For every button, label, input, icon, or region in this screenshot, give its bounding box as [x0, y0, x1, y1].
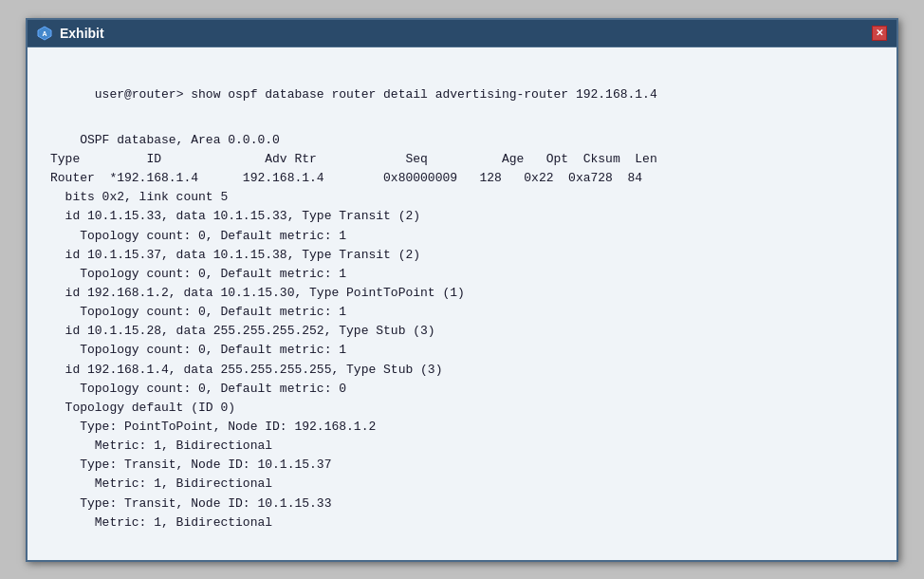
terminal-line: bits 0x2, link count 5 — [50, 188, 874, 207]
command-line: user@router> show ospf database router d… — [95, 87, 657, 102]
terminal-line: Topology count: 0, Default metric: 1 — [50, 227, 874, 246]
terminal-line: Metric: 1, Bidirectional — [50, 437, 874, 456]
terminal-body: user@router> show ospf database router d… — [28, 47, 896, 560]
terminal-line: Type ID Adv Rtr Seq Age Opt Cksum Len — [50, 150, 874, 169]
terminal-line: Topology count: 0, Default metric: 1 — [50, 265, 874, 284]
terminal-line: Type: PointToPoint, Node ID: 192.168.1.2 — [50, 418, 874, 437]
terminal-line: Type: Transit, Node ID: 10.1.15.37 — [50, 456, 874, 475]
terminal-content: user@router> show ospf database router d… — [50, 66, 874, 123]
terminal-line: id 10.1.15.37, data 10.1.15.38, Type Tra… — [50, 246, 874, 265]
terminal-line: Topology count: 0, Default metric: 1 — [50, 341, 874, 360]
app-icon: A — [37, 26, 52, 41]
terminal-line: Router *192.168.1.4 192.168.1.4 0x800000… — [50, 169, 874, 188]
terminal-line: id 10.1.15.33, data 10.1.15.33, Type Tra… — [50, 207, 874, 226]
title-bar-left: A Exhibit — [37, 26, 104, 41]
close-button[interactable]: ✕ — [872, 26, 887, 41]
terminal-line: id 10.1.15.28, data 255.255.255.252, Typ… — [50, 322, 874, 341]
terminal-line: Topology count: 0, Default metric: 1 — [50, 303, 874, 322]
terminal-line: Type: Transit, Node ID: 10.1.15.33 — [50, 495, 874, 514]
terminal-line: Metric: 1, Bidirectional — [50, 475, 874, 494]
terminal-line — [50, 123, 874, 131]
svg-text:A: A — [42, 30, 46, 37]
terminal-line: Topology default (ID 0) — [50, 399, 874, 418]
terminal-line: Metric: 1, Bidirectional — [50, 514, 874, 532]
terminal-output: OSPF database, Area 0.0.0.0Type ID Adv R… — [50, 123, 874, 532]
exhibit-window: A Exhibit ✕ user@router> show ospf datab… — [26, 18, 898, 562]
terminal-line: id 192.168.1.4, data 255.255.255.255, Ty… — [50, 361, 874, 380]
terminal-line: id 192.168.1.2, data 10.1.15.30, Type Po… — [50, 284, 874, 303]
terminal-line: Topology count: 0, Default metric: 0 — [50, 380, 874, 399]
title-bar: A Exhibit ✕ — [28, 20, 896, 47]
terminal-line: OSPF database, Area 0.0.0.0 — [50, 131, 874, 150]
window-title: Exhibit — [60, 26, 104, 41]
